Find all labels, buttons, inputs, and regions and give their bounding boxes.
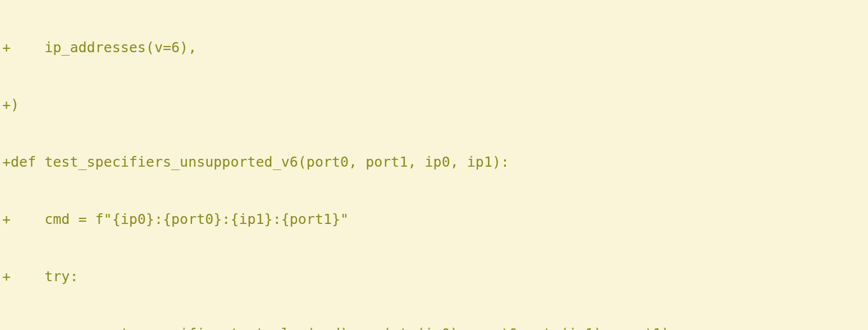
code-line: + try: [2, 267, 868, 286]
code-line: +def test_specifiers_unsupported_v6(port… [2, 153, 868, 172]
code-line: + assert _specifier_to_tuples(cmd) == (s… [2, 324, 868, 330]
code-line: + ip_addresses(v=6), [2, 38, 868, 57]
code-line: + cmd = f"{ip0}:{port0}:{ip1}:{port1}" [2, 210, 868, 229]
diff-output: + ip_addresses(v=6), +) +def test_specif… [0, 0, 868, 330]
code-line: +) [2, 95, 868, 114]
